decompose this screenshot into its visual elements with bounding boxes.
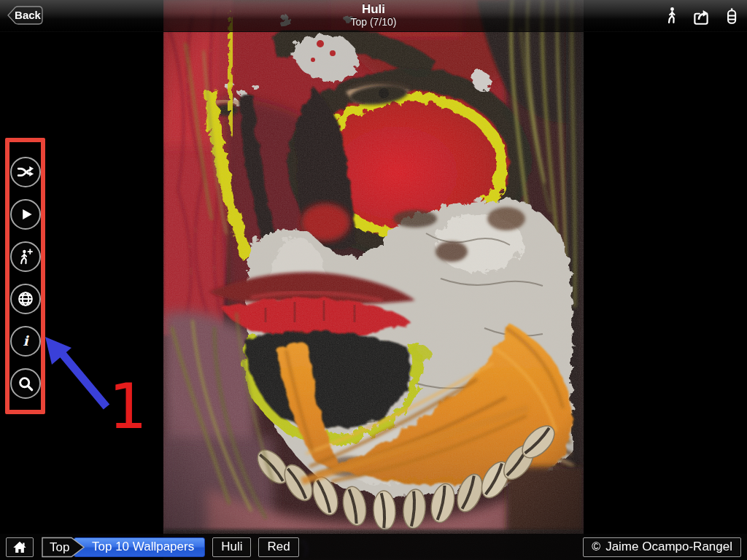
breadcrumb-root[interactable]: Top — [42, 537, 85, 558]
walking-person-icon — [664, 6, 680, 26]
play-icon — [16, 205, 35, 224]
tag-huli-label: Huli — [221, 540, 242, 554]
back-button[interactable]: Back — [6, 4, 45, 26]
svg-text:i: i — [23, 333, 29, 349]
top-navigation-bar: Back Huli Top (7/10) — [0, 0, 747, 32]
share-icon — [691, 6, 711, 26]
globe-icon — [16, 289, 35, 308]
shuffle-icon — [15, 163, 35, 182]
walk-add-button[interactable] — [10, 241, 41, 272]
search-button[interactable] — [10, 368, 41, 399]
walk-tour-button[interactable] — [664, 6, 680, 26]
title-block: Huli Top (7/10) — [0, 2, 747, 28]
tag-red-label: Red — [267, 540, 290, 554]
breadcrumb-root-label: Top — [50, 540, 69, 554]
shuffle-button[interactable] — [10, 157, 41, 187]
home-icon — [12, 539, 28, 555]
photo-credit-label: Jaime Ocampo-Rangel — [605, 540, 732, 554]
slideshow-play-button[interactable] — [10, 199, 41, 230]
page-subtitle: Top (7/10) — [0, 16, 747, 28]
back-button-label: Back — [15, 9, 42, 21]
copyright-icon: © — [592, 540, 600, 553]
photo-illustration — [163, 0, 584, 560]
photo-huli-portrait[interactable] — [163, 0, 584, 560]
home-button[interactable] — [6, 537, 34, 557]
tower-icon — [722, 6, 738, 26]
annotation-arrow — [29, 321, 153, 448]
search-icon — [16, 374, 35, 393]
share-button[interactable] — [691, 6, 711, 26]
photo-credit-badge[interactable]: © Jaime Ocampo-Rangel — [583, 537, 741, 557]
breadcrumb-active-top-10-wallpapers[interactable]: Top 10 Wallpapers — [74, 537, 205, 557]
breadcrumb-active-label: Top 10 Wallpapers — [92, 540, 194, 554]
info-button[interactable]: i — [10, 326, 41, 357]
tag-red[interactable]: Red — [258, 537, 298, 557]
walk-add-icon — [16, 247, 35, 266]
tag-huli[interactable]: Huli — [212, 537, 251, 557]
bottom-tag-bar: Top Top 10 Wallpapers Huli Red © Jaime O… — [0, 534, 747, 560]
page-title: Huli — [0, 2, 747, 16]
info-icon: i — [16, 332, 35, 351]
globe-button[interactable] — [10, 284, 41, 314]
tower-button[interactable] — [722, 6, 738, 26]
left-toolbar-highlight-box: i — [5, 138, 45, 414]
annotation-step-number: 1 — [108, 375, 146, 438]
